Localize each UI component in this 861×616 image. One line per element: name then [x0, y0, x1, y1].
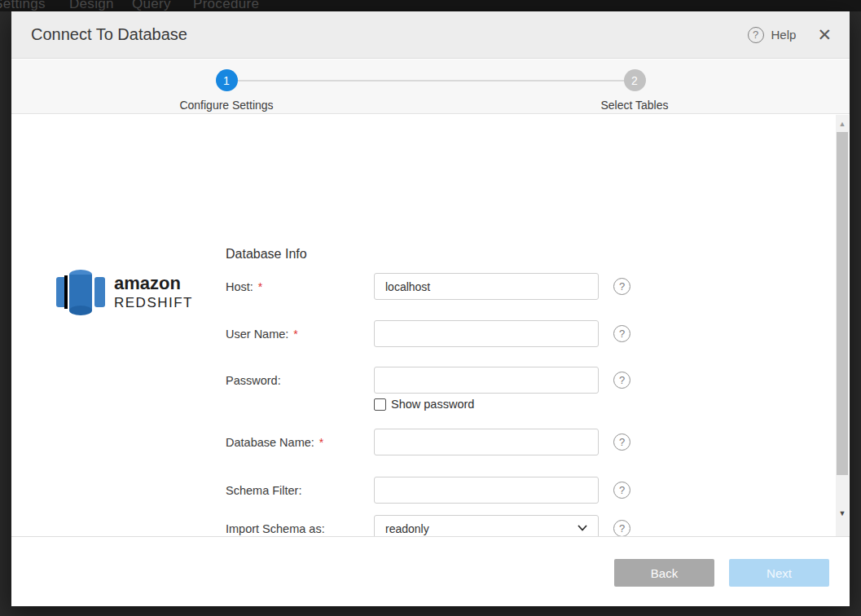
database-name-help-icon[interactable]: ?	[613, 433, 630, 451]
scrollbar-thumb[interactable]	[837, 132, 848, 475]
dialog-header-actions: ? Help ✕	[748, 26, 832, 43]
help-icon[interactable]: ?	[748, 27, 764, 43]
show-password-label: Show password	[391, 398, 474, 411]
username-input[interactable]	[374, 320, 599, 347]
step-2-label: Select Tables	[569, 99, 700, 112]
amazon-redshift-logo: amazon REDSHIFT	[55, 263, 210, 322]
username-label: User Name: *	[226, 320, 298, 347]
host-input[interactable]	[374, 273, 599, 300]
connect-to-database-dialog: Connect To Database ? Help ✕ 1 Configure…	[11, 11, 850, 606]
back-button[interactable]: Back	[614, 559, 714, 587]
redshift-logo-text: amazon REDSHIFT	[114, 275, 193, 311]
logo-redshift-text: REDSHIFT	[114, 295, 193, 311]
background-menubar: Settings Design Query Procedure	[0, 0, 861, 11]
import-schema-row: Import Schema as: readonly ?	[226, 515, 682, 536]
close-icon[interactable]: ✕	[817, 26, 832, 43]
host-required-marker: *	[258, 280, 262, 293]
host-label: Host: *	[226, 273, 262, 300]
password-help-icon[interactable]: ?	[613, 372, 630, 389]
scroll-up-icon[interactable]: ▲	[836, 120, 849, 128]
password-label-text: Password:	[226, 374, 281, 387]
import-schema-help-icon[interactable]: ?	[613, 520, 630, 536]
show-password-toggle[interactable]: Show password	[374, 398, 474, 411]
step-1-circle: 1	[216, 69, 238, 91]
bg-menu-query[interactable]: Query	[132, 0, 171, 11]
scroll-down-icon[interactable]: ▼	[836, 509, 849, 517]
step-2-circle: 2	[624, 69, 646, 91]
database-name-label-text: Database Name:	[226, 436, 314, 449]
vertical-scrollbar[interactable]: ▲ ▼	[836, 115, 849, 536]
step-1-label: Configure Settings	[161, 99, 292, 112]
username-help-icon[interactable]: ?	[613, 325, 630, 342]
schema-filter-row: Schema Filter: ?	[226, 477, 682, 504]
password-label: Password:	[226, 367, 281, 394]
help-link[interactable]: Help	[771, 28, 797, 42]
database-name-row: Database Name: * ?	[226, 429, 682, 455]
schema-filter-help-icon[interactable]: ?	[613, 482, 630, 499]
username-label-text: User Name:	[226, 328, 288, 341]
bg-menu-design[interactable]: Design	[69, 0, 114, 11]
schema-filter-input[interactable]	[374, 477, 599, 504]
redshift-cylinder-icon	[55, 266, 106, 319]
database-info-heading: Database Info	[226, 247, 307, 262]
import-schema-select[interactable]: readonly	[374, 515, 599, 536]
database-name-label: Database Name: *	[226, 429, 323, 455]
username-required-marker: *	[293, 328, 297, 341]
dialog-title: Connect To Database	[31, 25, 187, 44]
step-configure-settings[interactable]: 1 Configure Settings	[161, 69, 292, 112]
host-help-icon[interactable]: ?	[613, 278, 630, 295]
database-name-required-marker: *	[319, 436, 323, 449]
bg-menu-settings[interactable]: Settings	[0, 0, 46, 11]
wizard-stepper: 1 Configure Settings 2 Select Tables	[11, 59, 850, 114]
database-name-input[interactable]	[374, 429, 599, 455]
import-schema-label: Import Schema as:	[226, 515, 325, 536]
dialog-header: Connect To Database ? Help ✕	[11, 11, 850, 59]
show-password-checkbox[interactable]	[374, 398, 386, 411]
dialog-footer: Back Next	[11, 536, 850, 606]
bg-menu-procedure[interactable]: Procedure	[193, 0, 259, 11]
password-input[interactable]	[374, 367, 599, 394]
next-button[interactable]: Next	[729, 559, 829, 587]
dialog-scroll-content: amazon REDSHIFT Database Info Host: * ? …	[11, 115, 850, 536]
username-row: User Name: * ?	[226, 320, 682, 347]
logo-amazon-text: amazon	[114, 275, 193, 293]
import-schema-label-text: Import Schema as:	[226, 522, 325, 535]
host-row: Host: * ?	[226, 273, 682, 300]
step-select-tables[interactable]: 2 Select Tables	[569, 69, 700, 112]
schema-filter-label: Schema Filter:	[226, 477, 301, 504]
schema-filter-label-text: Schema Filter:	[226, 484, 301, 497]
host-label-text: Host:	[226, 280, 253, 293]
password-row: Password: ?	[226, 367, 682, 394]
